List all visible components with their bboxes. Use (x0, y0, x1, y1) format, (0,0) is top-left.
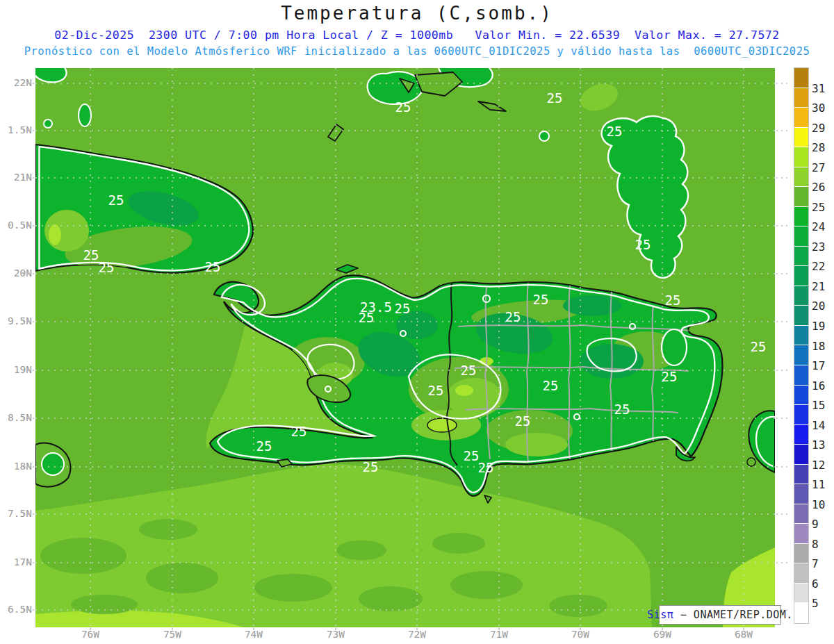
lon-tick-label: 68W (728, 629, 759, 640)
sispi-brand: Sisπ (647, 609, 673, 621)
contour-label-25: 25 (291, 424, 307, 439)
colorbar-tick-label: 31 (812, 82, 833, 95)
lat-tick-label: 8.5N (0, 412, 32, 423)
colorbar-band (794, 445, 808, 465)
colorbar-tick-label: 18 (812, 340, 833, 353)
contour-label-25: 25 (662, 369, 678, 384)
colorbar-band (794, 226, 808, 247)
small-cool-spot-3 (44, 119, 52, 128)
colorbar-tick-label: 21 (812, 280, 833, 293)
colorbar-tick-label: 14 (812, 419, 833, 432)
contour-label-25: 25 (607, 124, 623, 139)
colorbar-tick-label: 13 (812, 438, 833, 452)
lon-tick-label: 76W (75, 629, 106, 640)
colorbar-band (794, 584, 808, 604)
lon-tick-label: 69W (647, 629, 678, 640)
colorbar-tick-label: 27 (812, 161, 833, 174)
colorbar-band (794, 88, 808, 108)
contour-label-25: 25 (614, 402, 630, 417)
contour-label-25: 25 (256, 438, 272, 454)
lon-tick-label: 70W (565, 629, 596, 640)
colorbar-band (794, 286, 808, 306)
attribution-box: Sisπ − ONAMET/REP.DOM. (659, 605, 781, 625)
contour-label-25: 25 (533, 292, 549, 307)
weather-map-page: Temperatura (C,somb.) 02-Dic-2025 2300 U… (0, 0, 834, 644)
colorbar-band (794, 207, 808, 227)
contour-label-25: 25 (205, 259, 221, 274)
contour-label-25: 25 (395, 99, 411, 115)
colorbar-tick-label: 6 (812, 577, 833, 591)
lat-tick-label: 21N (0, 172, 32, 183)
colorbar-tick-label: 17 (812, 359, 833, 372)
contour-label-25: 25 (665, 292, 681, 308)
colorbar-tick-label: 8 (812, 538, 833, 551)
contour-label-25: 25 (99, 260, 115, 275)
colorbar-band (794, 465, 808, 485)
contour-label-25: 25 (478, 460, 494, 475)
contour-label-25: 25 (464, 448, 480, 463)
lat-tick-label: 22N (0, 77, 32, 88)
colorbar-tick-label: 29 (812, 122, 833, 135)
offshore-cool-blob (662, 329, 687, 365)
contour-label-25: 25 (543, 378, 559, 393)
lon-tick-label: 72W (402, 629, 432, 640)
colorbar-tick-label: 25 (812, 201, 833, 214)
colorbar-tick-label: 23 (812, 240, 833, 254)
colorbar-band (794, 266, 808, 286)
temperature-colorbar (794, 68, 808, 623)
colorbar-tick-label: 7 (812, 557, 833, 570)
colorbar-band (794, 306, 808, 326)
onamet-label: − ONAMET/REP.DOM. (673, 609, 793, 621)
colorbar-band (794, 345, 808, 365)
lat-tick-label: 9.5N (0, 315, 32, 327)
forecast-map: 252525252525252523.525252525252525252525… (0, 0, 834, 644)
colorbar-band (794, 128, 808, 148)
colorbar-band (794, 425, 808, 445)
lon-tick-label: 74W (238, 629, 269, 640)
small-cool-spot (539, 131, 549, 141)
colorbar-band (794, 563, 808, 584)
colorbar-band (794, 386, 808, 406)
lat-tick-label: 7.5N (0, 508, 32, 519)
colorbar-tick-label: 30 (812, 101, 833, 115)
lon-tick-label: 73W (320, 629, 351, 640)
colorbar-tick-label: 26 (812, 181, 833, 194)
contour-label-25: 25 (363, 459, 379, 474)
contour-label-25: 25 (635, 237, 651, 252)
colorbar-band (794, 504, 808, 525)
contour-label-25: 25 (751, 339, 767, 354)
colorbar-tick-label: 19 (812, 320, 833, 333)
colorbar-tick-label: 11 (812, 478, 833, 491)
mona-island (747, 458, 755, 466)
colorbar-band (794, 365, 808, 386)
colorbar-tick-label: 28 (812, 141, 833, 154)
colorbar-tick-label: 10 (812, 498, 833, 511)
contour-label-25: 25 (505, 309, 521, 324)
lat-tick-label: 18N (0, 461, 32, 472)
lat-tick-label: 6.5N (0, 604, 32, 615)
colorbar-tick-label: 22 (812, 260, 833, 273)
colorbar-band (794, 187, 808, 207)
lat-tick-label: 0.5N (0, 220, 32, 231)
colorbar-band (794, 147, 808, 167)
contour-label-25: 25 (395, 301, 411, 316)
colorbar-tick-label: 9 (812, 518, 833, 531)
colorbar-tick-label: 15 (812, 399, 833, 412)
colorbar-tick-label: 20 (812, 299, 833, 313)
contour-label-25: 25 (108, 192, 124, 208)
lat-tick-label: 19N (0, 364, 32, 375)
colorbar-band (794, 405, 808, 425)
colorbar-band (794, 524, 808, 544)
contour-label-25: 25 (428, 383, 444, 398)
colorbar-band (794, 603, 808, 623)
jamaica-cool-spot (42, 453, 64, 475)
colorbar-band (794, 68, 808, 88)
contour-label-25: 25 (547, 90, 563, 106)
contour-label-25: 25 (461, 363, 477, 378)
lon-tick-label: 71W (484, 629, 514, 640)
colorbar-band (794, 108, 808, 128)
colorbar-tick-label: 12 (812, 459, 833, 472)
contour-label-25: 25 (83, 247, 99, 263)
colorbar-band (794, 544, 808, 564)
colorbar-band (794, 167, 808, 188)
